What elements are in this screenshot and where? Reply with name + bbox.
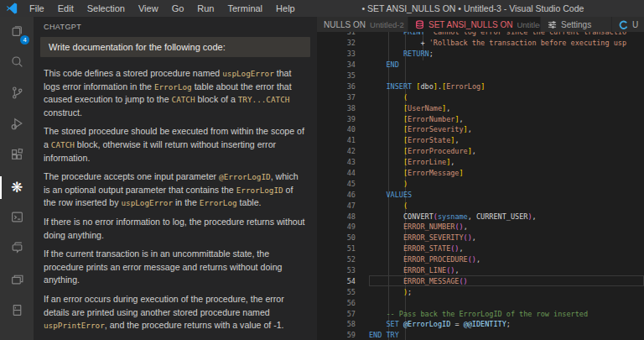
activity-item-windows[interactable] xyxy=(0,265,34,296)
line-number: 46 xyxy=(317,191,369,199)
editor-line-48[interactable]: 48 CONVERT(sysname, CURRENT_USER), xyxy=(317,211,644,222)
code-token: () xyxy=(446,266,454,275)
code-token: , xyxy=(472,147,476,155)
editor-line-39[interactable]: 39 [ErrorNumber], xyxy=(317,113,644,124)
editor-line-52[interactable]: 52 ERROR_PROCEDURE(), xyxy=(317,254,644,265)
inline-code: uspPrintError xyxy=(44,321,105,330)
activity-item-terminal[interactable] xyxy=(0,203,34,234)
editor-line-45[interactable]: 45 ) xyxy=(317,178,644,189)
response-paragraph: The procedure accepts one input paramete… xyxy=(44,170,307,210)
line-code: [ErrorLine], xyxy=(369,158,644,166)
editor-line-58[interactable]: 58 SET @ErrorLogID = @@IDENTITY; xyxy=(317,319,644,330)
editor-line-42[interactable]: 42 [ErrorProcedure], xyxy=(317,146,644,157)
line-code: [ErrorSeverity], xyxy=(369,125,644,133)
code-token: () xyxy=(454,222,463,231)
line-number: 43 xyxy=(317,158,369,166)
menu-view[interactable]: View xyxy=(132,0,165,17)
menu-selection[interactable]: Selection xyxy=(80,0,132,17)
inline-code: uspLogError xyxy=(222,69,274,78)
editor-line-36[interactable]: 36 INSERT [dbo].[ErrorLog] xyxy=(317,81,644,92)
code-token: () xyxy=(468,255,476,264)
search-icon xyxy=(10,55,24,72)
activity-badge: 4 xyxy=(20,35,29,44)
tab-settings[interactable]: Settings xyxy=(541,17,612,32)
line-number: 32 xyxy=(317,39,369,47)
line-code: ); xyxy=(369,288,644,296)
code-editor[interactable]: 31 PRINT 'Cannot log error since the cur… xyxy=(317,32,644,340)
inline-code: ErrorLog xyxy=(154,82,192,92)
editor-line-54[interactable]: 54 ERROR_MESSAGE() xyxy=(317,275,644,286)
editor-line-33[interactable]: 33 RETURN; xyxy=(317,49,644,60)
terminal-box-icon xyxy=(10,210,24,228)
code-token: 'Rollback the transaction before executi… xyxy=(429,39,626,47)
line-code: VALUES xyxy=(369,191,644,199)
tab-untitled-3[interactable]: SET ANSI_NULLS ONUntitled-31● xyxy=(408,17,541,32)
editor-line-37[interactable]: 37 ( xyxy=(317,92,644,102)
line-code: ERROR_LINE(), xyxy=(369,266,644,275)
code-token: , xyxy=(454,266,459,275)
activity-item-explorer[interactable]: 4 xyxy=(0,17,34,48)
editor-line-35[interactable]: 35 xyxy=(317,71,644,81)
activity-item-chatgpt[interactable]: ❋ xyxy=(0,172,34,203)
response-paragraph: The stored procedure should be executed … xyxy=(44,125,307,165)
tab-untitled-2[interactable]: NULLS ONUntitled-2● xyxy=(317,17,408,32)
code-token: () xyxy=(450,244,459,253)
editor-line-44[interactable]: 44 [ErrorMessage] xyxy=(317,168,644,179)
line-number: 41 xyxy=(317,136,369,144)
editor-line-57[interactable]: 57 -- Pass back the ErrorLogID of the ro… xyxy=(317,308,644,319)
menu-bar: FileEditSelectionViewGoRunTerminalHelp xyxy=(23,0,302,17)
activity-item-search[interactable] xyxy=(0,48,34,79)
menu-file[interactable]: File xyxy=(23,0,51,17)
editor-line-32[interactable]: 32 + 'Rollback the transaction before ex… xyxy=(317,38,644,49)
editor-line-51[interactable]: 51 ERROR_STATE(), xyxy=(317,243,644,254)
activity-bar: 4❋ xyxy=(0,17,34,340)
line-code: ERROR_STATE(), xyxy=(369,244,644,253)
editor-line-41[interactable]: 41 [ErrorState], xyxy=(317,135,644,146)
editor-line-47[interactable]: 47 ( xyxy=(317,200,644,211)
code-token: ErrorNumber xyxy=(408,115,454,123)
code-token: , xyxy=(476,255,480,264)
inline-code: ErrorLog xyxy=(200,198,237,207)
activity-item-run-debug[interactable] xyxy=(0,110,34,141)
activity-item-notebook[interactable] xyxy=(0,296,34,327)
code-token: END TRY xyxy=(369,331,399,339)
line-number: 58 xyxy=(317,320,369,328)
editor-line-38[interactable]: 38 [UserName], xyxy=(317,102,644,113)
activity-item-extensions[interactable] xyxy=(0,141,34,172)
line-code: -- Pass back the ErrorLogID of the row i… xyxy=(369,310,644,318)
code-token: , xyxy=(450,158,454,166)
activity-item-comments[interactable] xyxy=(0,234,34,265)
inline-code: TRY...CATCH xyxy=(238,95,290,104)
editor-line-56[interactable]: 56 xyxy=(317,297,644,308)
editor-line-43[interactable]: 43 [ErrorLine], xyxy=(317,157,644,168)
line-number: 31 xyxy=(317,32,369,36)
code-token: @@IDENTITY xyxy=(464,320,506,328)
response-text: table. xyxy=(237,197,262,207)
menu-run[interactable]: Run xyxy=(190,0,221,17)
editor-line-34[interactable]: 34 END xyxy=(317,60,644,71)
menu-edit[interactable]: Edit xyxy=(51,0,80,17)
editor-line-50[interactable]: 50 ERROR_SEVERITY(), xyxy=(317,233,644,243)
editor-line-59[interactable]: 59END TRY xyxy=(317,330,644,340)
menu-terminal[interactable]: Terminal xyxy=(221,0,270,17)
line-code: [ErrorProcedure], xyxy=(369,147,644,155)
tab-clipped[interactable]: U xyxy=(612,17,644,32)
line-number: 50 xyxy=(317,233,369,242)
notebook-icon xyxy=(10,303,24,321)
response-text: If there is no error information to log,… xyxy=(44,217,305,240)
activity-item-source-control[interactable] xyxy=(0,79,34,110)
editor-line-49[interactable]: 49 ERROR_NUMBER(), xyxy=(317,222,644,233)
line-number: 55 xyxy=(317,288,369,296)
editor-line-31[interactable]: 31 PRINT 'Cannot log error since the cur… xyxy=(317,32,644,38)
inline-code: CATCH xyxy=(172,95,195,104)
menu-help[interactable]: Help xyxy=(269,0,302,17)
editor-line-40[interactable]: 40 [ErrorSeverity], xyxy=(317,124,644,135)
line-code: END xyxy=(369,60,644,69)
menu-go[interactable]: Go xyxy=(165,0,191,17)
response-paragraph: If the current transaction is in an unco… xyxy=(44,248,307,287)
line-code: RETURN; xyxy=(369,50,644,58)
editor-line-46[interactable]: 46 VALUES xyxy=(317,189,644,200)
editor-group: NULLS ONUntitled-2●SET ANSI_NULLS ONUnti… xyxy=(317,17,644,340)
editor-line-55[interactable]: 55 ); xyxy=(317,286,644,297)
editor-line-53[interactable]: 53 ERROR_LINE(), xyxy=(317,265,644,276)
